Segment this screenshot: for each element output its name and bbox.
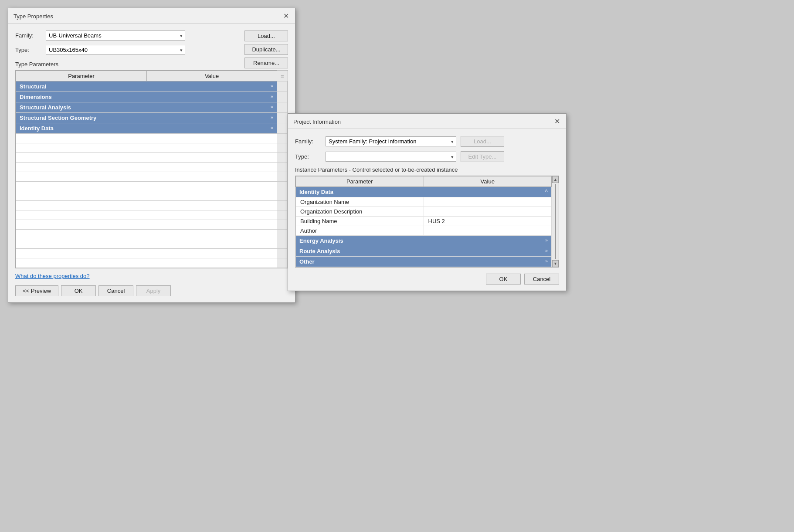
structural-section-geometry-scroll [277, 113, 287, 123]
empty-row-9 [16, 210, 288, 220]
what-properties-link[interactable]: What do these properties do? [15, 273, 288, 279]
pi-other-collapse-icon: » [545, 258, 548, 264]
pi-edit-type-button[interactable]: Edit Type... [461, 151, 504, 162]
structural-section-geometry-collapse-icon: » [271, 115, 273, 120]
pi-section-other[interactable]: Other » [296, 257, 552, 267]
load-button[interactable]: Load... [244, 30, 288, 41]
project-params-header: Parameter Value [296, 176, 552, 187]
type-params-table: Parameter Value ≡ Structural » [16, 71, 288, 268]
type-props-footer: << Preview OK Cancel Apply [8, 281, 295, 302]
pi-other-label: Other » [296, 257, 552, 267]
section-structural[interactable]: Structural » [16, 81, 288, 92]
type-properties-title: Type Properties [14, 13, 53, 20]
section-dimensions[interactable]: Dimensions » [16, 92, 288, 102]
identity-data-label: Identity Data » [16, 123, 277, 134]
pi-energy-analysis-collapse-icon: » [545, 237, 548, 243]
pi-identity-data-collapse-icon: ^ [545, 189, 548, 194]
project-info-footer: OK Cancel [288, 269, 566, 291]
param-col-header: Parameter [16, 71, 147, 81]
type-properties-dialog: Type Properties ✕ Family: UB-Universal B… [8, 8, 295, 303]
project-information-dialog: Project Information ✕ Family: System Fam… [288, 113, 567, 291]
preview-button[interactable]: << Preview [15, 285, 58, 296]
empty-row-8 [16, 201, 288, 210]
project-info-titlebar: Project Information ✕ [288, 114, 566, 129]
pi-cancel-button[interactable]: Cancel [524, 274, 559, 285]
project-params-table: Parameter Value Identity Data ^ Orga [295, 176, 552, 267]
type-properties-titlebar: Type Properties ✕ [8, 8, 295, 24]
pi-building-name-value[interactable]: HUS 2 [424, 217, 552, 226]
pi-author-row: Author [296, 226, 552, 236]
pi-type-select-wrapper[interactable] [326, 152, 456, 162]
pi-building-name-param: Building Name [296, 217, 424, 226]
rename-button[interactable]: Rename... [244, 58, 288, 68]
family-select-wrapper[interactable]: UB-Universal Beams [46, 30, 185, 41]
empty-row-11 [16, 230, 288, 239]
type-select[interactable]: UB305x165x40 [46, 45, 185, 55]
empty-row-14 [16, 258, 288, 268]
pi-param-col-header: Parameter [296, 176, 424, 187]
pi-org-name-value[interactable] [424, 197, 552, 207]
pi-identity-data-label: Identity Data ^ [296, 187, 552, 197]
scrollbar-down-button[interactable]: ▼ [552, 260, 559, 267]
pi-building-name-row: Building Name HUS 2 [296, 217, 552, 226]
empty-row-3 [16, 153, 288, 163]
empty-row-10 [16, 220, 288, 230]
pi-energy-analysis-label: Energy Analysis » [296, 236, 552, 246]
pi-type-row: Type: Edit Type... [295, 151, 559, 162]
pi-section-energy-analysis[interactable]: Energy Analysis » [296, 236, 552, 246]
scrollbar-up-button[interactable]: ▲ [552, 176, 559, 183]
pi-org-desc-row: Organization Description [296, 207, 552, 217]
family-label: Family: [15, 32, 46, 39]
type-properties-close-button[interactable]: ✕ [282, 12, 291, 20]
structural-analysis-scroll [277, 102, 287, 113]
pi-org-name-row: Organization Name [296, 197, 552, 207]
project-params-wrapper: Parameter Value Identity Data ^ Orga [295, 176, 559, 268]
scrollbar-thumb[interactable] [555, 184, 556, 259]
project-info-close-button[interactable]: ✕ [553, 117, 562, 126]
dimensions-scroll [277, 92, 287, 102]
structural-analysis-collapse-icon: » [271, 104, 273, 109]
project-table-scrollbar[interactable]: ▲ ▼ [552, 176, 559, 267]
section-structural-section-geometry[interactable]: Structural Section Geometry » [16, 113, 288, 123]
pi-section-identity-data[interactable]: Identity Data ^ [296, 187, 552, 197]
pi-org-desc-value[interactable] [424, 207, 552, 217]
pi-type-select[interactable] [326, 152, 456, 162]
scroll-col-header: ≡ [277, 71, 287, 81]
project-info-title: Project Information [293, 119, 341, 125]
empty-row-6 [16, 182, 288, 191]
empty-row-7 [16, 191, 288, 201]
pi-route-analysis-label: Route Analysis » [296, 246, 552, 257]
dimensions-collapse-icon: » [271, 94, 273, 99]
family-select[interactable]: UB-Universal Beams [46, 30, 185, 41]
family-row: Family: UB-Universal Beams Load... Dupli… [15, 30, 288, 41]
apply-button[interactable]: Apply [136, 285, 171, 296]
section-identity-data[interactable]: Identity Data » [16, 123, 288, 134]
dimensions-label: Dimensions » [16, 92, 277, 102]
ok-button[interactable]: OK [61, 285, 96, 296]
structural-label: Structural » [16, 81, 277, 92]
empty-row-4 [16, 163, 288, 172]
identity-data-collapse-icon: » [271, 125, 273, 130]
value-col-header: Value [147, 71, 277, 81]
structural-scroll [277, 81, 287, 92]
type-label: Type: [15, 47, 46, 53]
type-select-wrapper[interactable]: UB305x165x40 [46, 45, 185, 55]
params-table-header: Parameter Value ≡ [16, 71, 288, 81]
structural-section-geometry-label: Structural Section Geometry » [16, 113, 277, 123]
section-structural-analysis[interactable]: Structural Analysis » [16, 102, 288, 113]
instance-params-label: Instance Parameters - Control selected o… [295, 166, 458, 173]
empty-row-5 [16, 172, 288, 182]
duplicate-button[interactable]: Duplicate... [244, 44, 288, 55]
cancel-button[interactable]: Cancel [98, 285, 133, 296]
pi-route-analysis-collapse-icon: » [545, 248, 548, 253]
pi-author-value[interactable] [424, 226, 552, 236]
pi-org-name-param: Organization Name [296, 197, 424, 207]
pi-family-select[interactable]: System Family: Project Information [326, 136, 456, 146]
pi-section-route-analysis[interactable]: Route Analysis » [296, 246, 552, 257]
pi-ok-button[interactable]: OK [486, 274, 521, 285]
identity-data-scroll [277, 123, 287, 134]
pi-load-button[interactable]: Load... [461, 136, 504, 147]
empty-row-13 [16, 249, 288, 258]
pi-family-label: Family: [295, 138, 326, 145]
pi-family-select-wrapper[interactable]: System Family: Project Information [326, 136, 456, 146]
